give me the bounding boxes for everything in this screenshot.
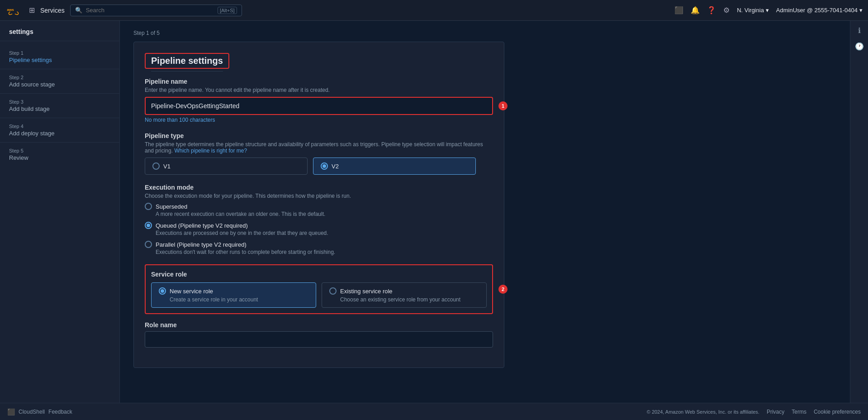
exec-queued-row[interactable]: Queued (Pipeline type V2 required) bbox=[145, 222, 493, 229]
footer-copyright: © 2024, Amazon Web Services, Inc. or its… bbox=[647, 409, 759, 415]
step3-number: Step 3 bbox=[9, 99, 110, 105]
settings-icon[interactable]: ⚙ bbox=[723, 6, 730, 14]
services-nav-label[interactable]: Services bbox=[40, 7, 65, 14]
exec-queued-sublabel: Executions are processed one by one in t… bbox=[156, 230, 493, 236]
execution-mode-desc: Choose the execution mode for your pipel… bbox=[145, 193, 493, 199]
pipeline-type-label: Pipeline type bbox=[145, 132, 493, 139]
service-role-section: Service role New service role Create a s… bbox=[145, 264, 493, 314]
pipeline-name-field-wrapper bbox=[145, 97, 493, 115]
exec-superseded-row[interactable]: Superseded bbox=[145, 203, 493, 210]
grid-icon[interactable]: ⊞ bbox=[29, 6, 35, 14]
sidebar-divider-1 bbox=[0, 69, 119, 69]
pipeline-name-hint: No more than 100 characters bbox=[145, 117, 493, 123]
step5-name: Review bbox=[9, 154, 110, 161]
execution-mode-section: Execution mode Choose the execution mode… bbox=[145, 184, 493, 255]
user-menu[interactable]: AdminUser @ 2555-7041-0404 ▾ bbox=[776, 7, 863, 14]
footer-left: ⬛ CloudShell Feedback bbox=[7, 408, 72, 415]
service-role-existing-top: Existing service role bbox=[329, 287, 479, 295]
step4-number: Step 4 bbox=[9, 124, 110, 129]
pipeline-name-input[interactable] bbox=[146, 98, 492, 114]
sidebar-divider-3 bbox=[0, 118, 119, 118]
history-icon[interactable]: 🕐 bbox=[855, 42, 864, 51]
step5-number: Step 5 bbox=[9, 148, 110, 153]
cloudshell-label[interactable]: CloudShell bbox=[19, 409, 45, 415]
exec-superseded-item: Superseded A more recent execution can o… bbox=[145, 203, 493, 217]
panel-title-box: Pipeline settings bbox=[145, 53, 229, 69]
user-chevron: ▾ bbox=[859, 7, 863, 14]
pipeline-type-options: V1 V2 bbox=[145, 158, 493, 175]
pipeline-type-v2[interactable]: V2 bbox=[313, 158, 476, 175]
feedback-link[interactable]: Feedback bbox=[48, 409, 72, 415]
help-icon[interactable]: ❓ bbox=[707, 6, 716, 14]
nav-right: ⬛ 🔔 ❓ ⚙ N. Virginia ▾ AdminUser @ 2555-7… bbox=[674, 6, 863, 14]
sidebar-item-step5[interactable]: Step 5 Review bbox=[0, 144, 119, 165]
search-shortcut: [Alt+S] bbox=[218, 7, 237, 14]
sidebar-divider-2 bbox=[0, 93, 119, 94]
sidebar-item-step1[interactable]: Step 1 Pipeline settings bbox=[0, 47, 119, 67]
role-name-input-placeholder[interactable] bbox=[145, 331, 493, 348]
exec-superseded-radio bbox=[145, 203, 152, 210]
step4-name: Add deploy stage bbox=[9, 130, 110, 137]
search-bar[interactable]: 🔍 [Alt+S] bbox=[70, 5, 242, 16]
terminal-icon: ⬛ bbox=[7, 408, 15, 415]
role-name-section: Role name bbox=[145, 321, 493, 348]
exec-queued-item: Queued (Pipeline type V2 required) Execu… bbox=[145, 222, 493, 236]
pipeline-type-v2-radio bbox=[321, 162, 328, 170]
region-chevron: ▾ bbox=[766, 7, 769, 14]
service-role-new-desc: Create a service role in your account bbox=[170, 296, 308, 303]
service-role-new-top: New service role bbox=[159, 287, 308, 295]
sidebar-item-step4[interactable]: Step 4 Add deploy stage bbox=[0, 120, 119, 140]
service-role-existing-radio bbox=[329, 287, 337, 295]
step2-name: Add source stage bbox=[9, 81, 110, 88]
cloud-icon[interactable]: ⬛ bbox=[674, 6, 683, 14]
step-indicator: Step 1 of 5 bbox=[133, 30, 836, 36]
region-name: N. Virginia bbox=[737, 7, 764, 14]
sidebar-divider-4 bbox=[0, 142, 119, 143]
role-name-label: Role name bbox=[145, 321, 493, 329]
bell-icon[interactable]: 🔔 bbox=[691, 6, 700, 14]
exec-queued-label: Queued (Pipeline type V2 required) bbox=[156, 222, 248, 229]
sidebar-item-step3[interactable]: Step 3 Add build stage bbox=[0, 95, 119, 116]
pipeline-name-section: Pipeline name Enter the pipeline name. Y… bbox=[145, 78, 493, 123]
execution-mode-label: Execution mode bbox=[145, 184, 493, 191]
settings-panel: Pipeline settings Pipeline name Enter th… bbox=[133, 42, 504, 368]
pipeline-type-v1-label: V1 bbox=[163, 163, 171, 170]
search-input[interactable] bbox=[86, 7, 214, 14]
pipeline-name-input-wrapper: 1 bbox=[145, 97, 493, 115]
pipeline-type-v1[interactable]: V1 bbox=[145, 158, 308, 175]
sidebar: settings Step 1 Pipeline settings Step 2… bbox=[0, 21, 120, 403]
service-role-existing-desc: Choose an existing service role from you… bbox=[340, 296, 479, 303]
exec-queued-radio bbox=[145, 222, 152, 229]
service-role-new[interactable]: New service role Create a service role i… bbox=[151, 282, 316, 308]
step1-name: Pipeline settings bbox=[9, 57, 110, 63]
cookie-link[interactable]: Cookie preferences bbox=[814, 409, 861, 415]
service-role-existing[interactable]: Existing service role Choose an existing… bbox=[322, 282, 487, 308]
pipeline-type-section: Pipeline type The pipeline type determin… bbox=[145, 132, 493, 175]
service-role-label: Service role bbox=[151, 271, 487, 278]
right-panel: ℹ 🕐 bbox=[850, 21, 868, 403]
terms-link[interactable]: Terms bbox=[792, 409, 806, 415]
aws-logo[interactable]: aws bbox=[5, 5, 22, 15]
info-icon[interactable]: ℹ bbox=[858, 26, 861, 35]
pipeline-type-v1-radio bbox=[152, 162, 160, 170]
privacy-link[interactable]: Privacy bbox=[767, 409, 784, 415]
search-icon: 🔍 bbox=[75, 7, 82, 14]
exec-parallel-row[interactable]: Parallel (Pipeline type V2 required) bbox=[145, 241, 493, 248]
main-layout: settings Step 1 Pipeline settings Step 2… bbox=[0, 21, 868, 403]
exec-parallel-radio bbox=[145, 241, 152, 248]
execution-mode-options: Superseded A more recent execution can o… bbox=[145, 203, 493, 255]
exec-parallel-item: Parallel (Pipeline type V2 required) Exe… bbox=[145, 241, 493, 255]
panel-title: Pipeline settings bbox=[151, 56, 223, 72]
sidebar-item-step2[interactable]: Step 2 Add source stage bbox=[0, 71, 119, 91]
sidebar-title: settings bbox=[0, 28, 119, 41]
exec-superseded-sublabel: A more recent execution can overtake an … bbox=[156, 211, 493, 217]
pipeline-name-desc: Enter the pipeline name. You cannot edit… bbox=[145, 87, 493, 93]
step2-number: Step 2 bbox=[9, 75, 110, 80]
exec-parallel-sublabel: Executions don't wait for other runs to … bbox=[156, 249, 493, 255]
service-role-wrapper-outer: Service role New service role Create a s… bbox=[145, 264, 493, 314]
annotation-1: 1 bbox=[498, 101, 508, 110]
pipeline-type-link[interactable]: Which pipeline is right for me? bbox=[174, 148, 247, 154]
region-selector[interactable]: N. Virginia ▾ bbox=[737, 7, 769, 14]
svg-text:aws: aws bbox=[7, 7, 14, 11]
service-role-new-radio bbox=[159, 287, 166, 295]
